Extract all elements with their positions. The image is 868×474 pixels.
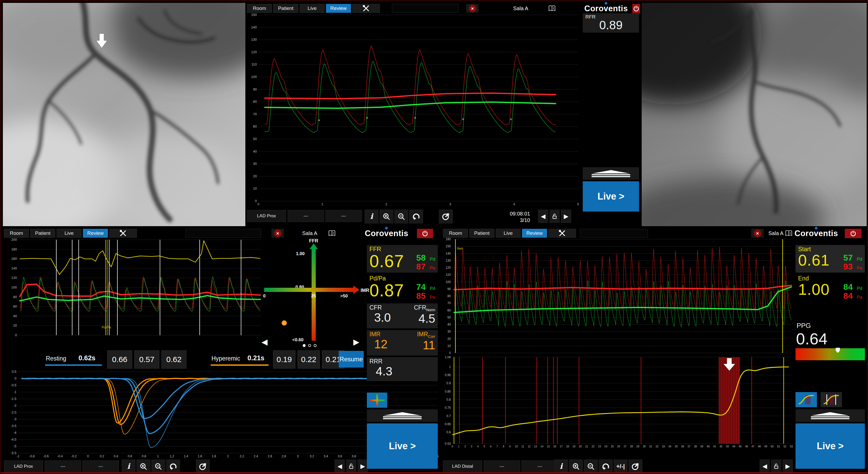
tab-tools[interactable] — [548, 229, 576, 238]
resting-value-1[interactable]: 0.66 — [107, 350, 132, 368]
svg-text:1.2: 1.2 — [170, 454, 174, 458]
close-button[interactable]: × — [751, 229, 764, 238]
export-button[interactable] — [439, 209, 453, 224]
quadrant-prev-arrow[interactable]: ◀ — [261, 337, 268, 347]
hyperemic-time: 0.21s — [247, 354, 265, 362]
svg-text:0.9: 0.9 — [446, 381, 451, 385]
manual-book-icon[interactable]: i — [784, 229, 794, 237]
tab-patient[interactable]: Patient — [469, 229, 494, 238]
tab-room[interactable]: Room — [443, 229, 468, 238]
tab-live[interactable]: Live — [57, 229, 82, 238]
tab-patient[interactable]: Patient — [273, 4, 298, 13]
live-button[interactable]: Live > — [796, 423, 865, 469]
patient-field[interactable] — [580, 229, 648, 238]
quadrant-view-button[interactable] — [367, 393, 387, 408]
resting-value-2[interactable]: 0.57 — [134, 350, 159, 368]
prev-record-button[interactable]: ◀ — [538, 209, 548, 223]
zoom-in-icon — [572, 462, 580, 471]
footer-slot-1[interactable]: --- — [484, 461, 520, 472]
close-button[interactable]: × — [466, 4, 479, 13]
pullback-markers-view-button[interactable] — [820, 392, 842, 407]
tab-patient[interactable]: Patient — [30, 229, 55, 238]
zoom-in-button[interactable] — [136, 460, 150, 473]
tab-tools[interactable] — [352, 4, 380, 13]
zoom-in-button[interactable] — [569, 460, 583, 473]
patient-field[interactable] — [392, 4, 458, 13]
resume-button[interactable]: Resume — [339, 351, 364, 367]
lock-button[interactable] — [346, 460, 356, 473]
undo-button[interactable] — [409, 209, 423, 224]
footer-slot-2[interactable]: --- — [83, 461, 119, 472]
footer-slot-1[interactable]: --- — [288, 210, 324, 222]
next-record-button[interactable]: ▶ — [358, 460, 368, 473]
start-value-box[interactable]: Start 0.61 57Pd 93Pa — [796, 245, 865, 273]
lock-button[interactable] — [771, 460, 781, 473]
svg-text:16: 16 — [553, 445, 556, 448]
pullback-ratio-chart[interactable]: 1.0610.950.90.850.80.750.70.650.60.53012… — [442, 356, 794, 450]
pressure-waveform-chart[interactable]: 0102030405060708090100110120130140150012… — [248, 13, 582, 208]
prev-record-button[interactable]: ◀ — [335, 460, 345, 473]
quadrant-page-dots[interactable] — [303, 344, 316, 347]
tab-review[interactable]: Review — [522, 229, 547, 238]
drawer-handle[interactable] — [796, 409, 865, 422]
zoom-out-button[interactable] — [151, 460, 165, 473]
tab-live[interactable]: Live — [496, 229, 521, 238]
tab-room[interactable]: Room — [4, 229, 29, 238]
next-record-button[interactable]: ▶ — [782, 460, 793, 473]
info-button[interactable]: i — [122, 460, 135, 473]
power-button[interactable] — [632, 4, 640, 13]
export-button[interactable] — [628, 460, 643, 473]
stenosis-annotation-arrow — [96, 34, 108, 50]
info-button[interactable]: i — [365, 209, 379, 224]
svg-text:11: 11 — [522, 445, 524, 448]
svg-text:30: 30 — [253, 162, 257, 166]
tab-review[interactable]: Review — [83, 229, 108, 238]
imr-value: 12 — [369, 337, 388, 351]
footer-slot-1[interactable]: --- — [44, 461, 81, 472]
svg-text:10: 10 — [515, 445, 518, 448]
svg-text:8: 8 — [503, 445, 504, 448]
lock-button[interactable] — [549, 209, 560, 223]
drawer-handle[interactable] — [583, 167, 639, 180]
manual-book-icon[interactable]: i — [326, 229, 338, 237]
svg-text:0.6: 0.6 — [128, 454, 132, 458]
resting-hyperemic-waveform-chart[interactable]: 020406080100120140160180200Pd/Pa — [3, 238, 264, 338]
zoom-out-button[interactable] — [394, 209, 408, 224]
pullback-curve-view-button[interactable] — [796, 392, 817, 407]
zoom-in-icon — [139, 462, 148, 471]
manual-book-icon[interactable]: i — [546, 4, 558, 12]
live-button[interactable]: Live > — [583, 181, 639, 212]
zoom-in-button[interactable] — [379, 209, 394, 224]
imr-tick-0: 0 — [263, 294, 266, 299]
header-tabs: Room Patient Live Review — [247, 4, 380, 13]
drawer-handle[interactable] — [367, 409, 438, 422]
pullback-pressure-chart[interactable]: 0102030405060708090100110120130140150160… — [442, 238, 794, 356]
next-record-button[interactable]: ▶ — [561, 209, 571, 223]
power-button[interactable] — [417, 229, 433, 238]
plusminus-button[interactable]: +/-| — [614, 460, 628, 473]
hyperemic-value-1[interactable]: 0.19 — [273, 350, 296, 368]
undo-button[interactable] — [599, 460, 613, 473]
rfr-value: 0.89 — [585, 20, 637, 31]
quadrant-next-arrow[interactable]: ▶ — [353, 337, 359, 347]
hyperemic-value-2[interactable]: 0.22 — [298, 350, 320, 368]
tab-tools[interactable] — [109, 229, 137, 238]
info-button[interactable]: i — [554, 460, 568, 473]
prev-record-button[interactable]: ◀ — [760, 460, 770, 473]
export-button[interactable] — [196, 460, 210, 473]
live-button[interactable]: Live > — [367, 423, 438, 469]
end-value-box[interactable]: End 1.00 84Pd 84Pa — [796, 274, 865, 302]
tab-review[interactable]: Review — [326, 4, 351, 13]
svg-text:-0.5: -0.5 — [11, 383, 17, 387]
patient-field[interactable] — [185, 229, 261, 238]
footer-slot-2[interactable]: --- — [326, 210, 362, 222]
footer-slot-2[interactable]: --- — [522, 461, 558, 472]
power-button[interactable] — [845, 229, 862, 238]
tab-room[interactable]: Room — [247, 4, 272, 13]
tab-live[interactable]: Live — [300, 4, 324, 13]
zoom-out-button[interactable] — [584, 460, 598, 473]
svg-text:-1: -1 — [17, 454, 20, 458]
close-button[interactable]: × — [272, 229, 284, 238]
resting-value-3[interactable]: 0.62 — [161, 350, 186, 368]
undo-button[interactable] — [166, 460, 180, 473]
